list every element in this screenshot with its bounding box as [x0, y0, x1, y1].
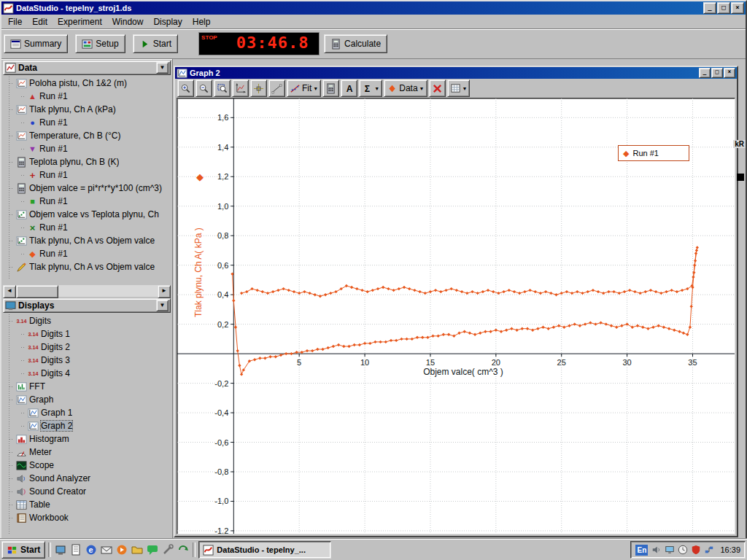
menu-item-window[interactable]: Window	[107, 15, 149, 28]
data-header-label: Data	[18, 63, 154, 73]
zoom-in-button[interactable]	[177, 79, 194, 97]
display-item[interactable]: FFT	[3, 380, 172, 393]
display-item[interactable]: Scope	[3, 459, 172, 472]
data-panel-dropdown[interactable]: ▼	[156, 62, 169, 74]
display-item-label: Digits 2	[41, 342, 70, 352]
chart-canvas[interactable]: 1,61,41,21,00,80,60,40,2-0,2-0,4-0,6-0,8…	[177, 98, 735, 534]
calculate-button[interactable]: Calculate	[324, 34, 387, 53]
quick-launch-mail-icon[interactable]	[100, 543, 113, 556]
display-item[interactable]: Histogram	[3, 432, 172, 446]
scale-to-fit-button[interactable]	[232, 79, 249, 97]
graph-maximize-button[interactable]: □	[711, 68, 723, 78]
data-panel-header[interactable]: Data ▼	[3, 61, 171, 75]
zoom-out-button[interactable]	[196, 79, 212, 97]
graph-minimize-button[interactable]: _	[699, 68, 711, 78]
display-item[interactable]: 3.14Digits	[3, 314, 172, 327]
menu-item-experiment[interactable]: Experiment	[53, 15, 107, 28]
data-item[interactable]: Tlak plynu, Ch A (kPa)	[3, 103, 172, 116]
menu-item-file[interactable]: File	[3, 15, 27, 28]
menu-item-edit[interactable]: Edit	[27, 15, 53, 28]
start-menu-button[interactable]: Start	[1, 541, 45, 559]
horizontal-scrollbar[interactable]: ◄ ►	[3, 285, 171, 297]
legend[interactable]: ◆ Run #1	[618, 145, 689, 161]
scrollbar-track[interactable]	[16, 285, 158, 297]
run-item[interactable]: +Run #1	[3, 168, 172, 182]
fit-menu-button[interactable]: Fit▼	[287, 79, 321, 97]
quick-launch-browser-icon[interactable]: e	[85, 543, 98, 556]
slope-tool-button[interactable]	[268, 79, 285, 97]
minimize-button[interactable]: _	[703, 2, 716, 14]
displays-panel-dropdown[interactable]: ▼	[156, 300, 169, 311]
language-indicator[interactable]: En	[635, 545, 648, 556]
quick-launch-media-icon[interactable]	[115, 543, 128, 556]
diamond-icon	[387, 83, 398, 94]
quick-launch-update-icon[interactable]	[177, 543, 190, 556]
tray-antivirus-icon[interactable]	[690, 545, 701, 556]
menu-item-display[interactable]: Display	[148, 15, 187, 28]
display-item[interactable]: 3.14Digits 3	[3, 354, 172, 367]
run-item[interactable]: ◆Run #1	[3, 247, 172, 260]
graph-title-bar[interactable]: Graph 2 _ □ ×	[175, 67, 737, 79]
datastudio-task-button[interactable]: DataStudio - tepelny_...	[198, 541, 331, 559]
close-button[interactable]: ×	[731, 2, 744, 14]
data-item[interactable]: Temperature, Ch B (°C)	[3, 129, 172, 142]
displays-panel-header[interactable]: Displays ▼	[3, 298, 171, 313]
data-item[interactable]: Objem valce vs Teplota plynu, Ch	[3, 208, 172, 221]
calculate-button[interactable]	[322, 79, 339, 97]
display-item[interactable]: Sound Analyzer	[3, 472, 172, 485]
maximize-button[interactable]: □	[717, 2, 730, 14]
summary-button[interactable]: Summary	[4, 34, 68, 53]
data-item[interactable]: Teplota plynu, Ch B (K)	[3, 155, 172, 168]
title-bar[interactable]: DataStudio - tepelny_stroj1.ds _ □ ×	[1, 1, 746, 15]
tray-volume-icon[interactable]	[651, 545, 662, 556]
fft-icon	[16, 381, 27, 392]
display-item[interactable]: Graph 1	[3, 406, 172, 419]
tray-network-icon[interactable]	[703, 545, 714, 556]
zoom-select-button[interactable]	[214, 79, 231, 97]
run-item[interactable]: ×Run #1	[3, 221, 172, 234]
scroll-left-button[interactable]: ◄	[3, 285, 16, 298]
run-item[interactable]: ▲Run #1	[3, 90, 172, 103]
run-item[interactable]: ■Run #1	[3, 195, 172, 208]
graph-window-title: Graph 2	[190, 69, 697, 77]
display-item[interactable]: 3.14Digits 1	[3, 327, 172, 341]
remove-button[interactable]	[429, 79, 446, 97]
quick-launch-chat-icon[interactable]	[146, 543, 159, 556]
display-item[interactable]: 3.14Digits 2	[3, 341, 172, 354]
display-item[interactable]: Graph	[3, 393, 172, 406]
data-item[interactable]: Tlak plynu, Ch A vs Objem valce	[3, 260, 172, 273]
statistics-menu-button[interactable]: Σ▼	[359, 79, 382, 97]
menu-item-help[interactable]: Help	[187, 15, 216, 28]
svg-text:Σ: Σ	[365, 83, 370, 93]
plot-area[interactable]: 1,61,41,21,00,80,60,40,2-0,2-0,4-0,6-0,8…	[177, 98, 735, 534]
scroll-right-button[interactable]: ►	[158, 285, 171, 298]
display-item[interactable]: Sound Creator	[3, 485, 172, 498]
tray-display-sm-icon[interactable]	[664, 545, 675, 556]
quick-launch-notes-icon[interactable]	[69, 543, 82, 556]
text-annotation-button[interactable]: A	[341, 79, 357, 97]
data-item[interactable]: Tlak plynu, Ch A vs Objem valce	[3, 234, 172, 247]
quick-launch-desktop-icon[interactable]	[54, 543, 67, 556]
scrollbar-thumb[interactable]	[16, 285, 58, 298]
setup-button[interactable]: Setup	[75, 34, 125, 53]
settings-menu-button[interactable]: ▼	[447, 79, 471, 97]
display-item[interactable]: Meter	[3, 446, 172, 459]
quick-launch-folder-icon[interactable]	[131, 543, 144, 556]
smart-tool-button[interactable]	[250, 79, 267, 97]
svg-text:-1,0: -1,0	[214, 497, 228, 505]
data-item[interactable]: Poloha pistu, Ch 1&2 (m)	[3, 77, 172, 90]
data-menu-button[interactable]: Data▼	[384, 79, 427, 97]
summary-icon	[10, 39, 21, 50]
start-button[interactable]: Start	[133, 34, 178, 53]
display-item[interactable]: Graph 2	[3, 419, 172, 432]
run-item[interactable]: ●Run #1	[3, 116, 172, 129]
display-item[interactable]: Table	[3, 498, 172, 511]
quick-launch-tools-icon[interactable]	[161, 543, 174, 556]
taskbar-clock[interactable]: 16:39	[720, 545, 740, 554]
display-item[interactable]: Workbook	[3, 511, 172, 524]
run-item[interactable]: ▼Run #1	[3, 142, 172, 155]
data-item[interactable]: Objem valce = pi*r*r*y*100 (cm^3)	[3, 182, 172, 195]
display-item[interactable]: 3.14Digits 4	[3, 367, 172, 380]
graph-close-button[interactable]: ×	[724, 68, 735, 78]
tray-scheduler-icon[interactable]	[677, 545, 688, 556]
